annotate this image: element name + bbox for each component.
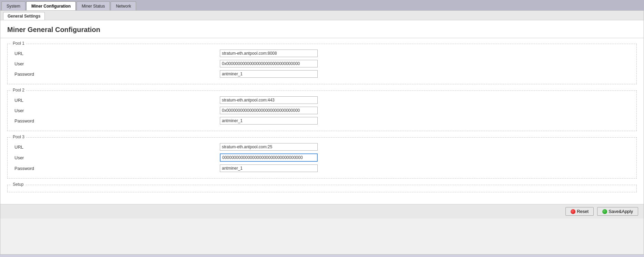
pool-1-user-input[interactable] (220, 60, 318, 67)
tab-miner-status[interactable]: Miner Status (76, 1, 110, 10)
pool-3-user-input[interactable] (220, 153, 318, 162)
tab-miner-config[interactable]: Miner Configuration (26, 1, 76, 10)
pool-2-user-label: User (13, 108, 220, 113)
pool-2-url-input[interactable] (220, 96, 318, 104)
pool-2-user-row: User (13, 107, 631, 114)
pool-1-password-row: Password (13, 70, 631, 78)
pool-3-legend: Pool 3 (11, 135, 26, 139)
setup-section: Setup (7, 185, 637, 192)
pool-1-url-row: URL (13, 50, 631, 57)
pool-2-user-input[interactable] (220, 107, 318, 114)
save-label: Save&Apply (609, 209, 633, 214)
top-nav-bar: System Miner Configuration Miner Status … (0, 0, 644, 10)
pool-3-password-input[interactable] (220, 164, 318, 172)
pool-3-user-label: User (13, 155, 220, 160)
pool-2-password-label: Password (13, 118, 220, 124)
pool-1-user-row: User (13, 60, 631, 67)
sub-tab-bar: General Settings (0, 11, 644, 20)
content-body: Pool 1 URL User Password Pool 2 URL Use (0, 38, 644, 204)
pool-3-url-label: URL (13, 144, 220, 150)
reset-icon (571, 209, 575, 214)
pool-3-password-label: Password (13, 166, 220, 171)
reset-label: Reset (577, 209, 589, 214)
pool-2-password-row: Password (13, 117, 631, 125)
pool-2-section: Pool 2 URL User Password (7, 90, 637, 131)
setup-legend: Setup (11, 182, 25, 187)
tab-system[interactable]: System (1, 1, 25, 10)
pool-1-password-input[interactable] (220, 70, 318, 78)
save-icon (602, 209, 607, 214)
sub-tab-general-settings[interactable]: General Settings (3, 12, 45, 20)
pool-1-url-label: URL (13, 51, 220, 56)
copyright-text: Copyright © 2013-2014 Bitmain Technologi… (0, 255, 644, 257)
pool-1-url-input[interactable] (220, 50, 318, 57)
pool-2-url-label: URL (13, 98, 220, 103)
page-title: Miner General Configuration (0, 20, 644, 38)
pool-3-url-row: URL (13, 143, 631, 151)
tab-network[interactable]: Network (111, 1, 136, 10)
pool-1-password-label: Password (13, 72, 220, 77)
pool-2-password-input[interactable] (220, 117, 318, 125)
pool-1-legend: Pool 1 (11, 41, 26, 46)
pool-1-user-label: User (13, 61, 220, 66)
pool-2-url-row: URL (13, 96, 631, 104)
pool-2-legend: Pool 2 (11, 88, 26, 93)
reset-button[interactable]: Reset (565, 207, 594, 216)
pool-3-section: Pool 3 URL User Password (7, 137, 637, 179)
pool-3-password-row: Password (13, 164, 631, 172)
main-content: General Settings Miner General Configura… (0, 10, 644, 255)
pool-3-url-input[interactable] (220, 143, 318, 151)
save-apply-button[interactable]: Save&Apply (597, 207, 638, 216)
footer-bar: Reset Save&Apply (0, 204, 644, 218)
pool-3-user-row: User (13, 153, 631, 162)
pool-1-section: Pool 1 URL User Password (7, 44, 637, 84)
